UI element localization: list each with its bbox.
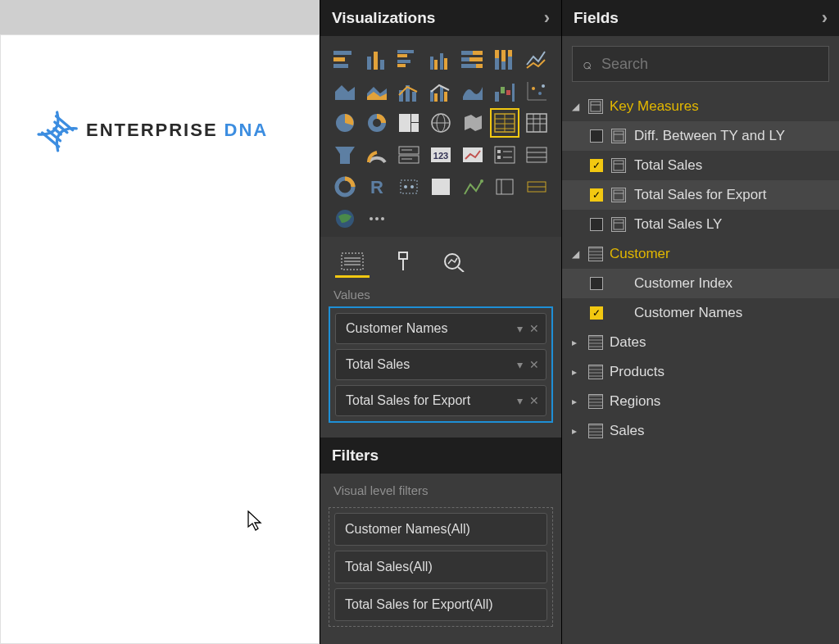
field-item[interactable]: Diff. Between TY and LY — [562, 121, 839, 151]
svg-point-97 — [370, 217, 373, 220]
svg-rect-11 — [397, 50, 414, 53]
stacked-area-chart-icon[interactable] — [362, 76, 392, 106]
field-item[interactable]: ✓Total Sales for Export — [562, 180, 839, 210]
treemap-icon[interactable] — [394, 108, 424, 138]
more-visuals-icon[interactable] — [362, 204, 392, 234]
field-item[interactable]: Customer Index — [562, 269, 839, 298]
hundred-stacked-column-icon[interactable] — [490, 44, 519, 74]
chevron-down-icon[interactable]: ▾ — [517, 394, 523, 407]
group-label: Customer — [610, 246, 670, 262]
fields-group-dates[interactable]: ▸Dates — [562, 328, 839, 357]
matrix-visual-icon[interactable] — [522, 108, 551, 138]
field-checkbox[interactable]: ✓ — [590, 188, 603, 202]
multi-row-card-icon[interactable] — [394, 140, 424, 170]
fields-group-key-measures[interactable]: ◢Key Measures — [562, 92, 839, 121]
arcgis-map-icon[interactable] — [330, 204, 360, 234]
fields-group-regions[interactable]: ▸Regions — [562, 387, 839, 416]
field-checkbox[interactable]: ✓ — [590, 159, 603, 172]
funnel-chart-icon[interactable] — [330, 140, 360, 170]
area-chart-icon[interactable] — [330, 76, 360, 106]
filter-label: Total Sales(All) — [345, 560, 433, 574]
fields-search[interactable]: ⌕ — [572, 46, 829, 82]
scatter-chart-icon[interactable] — [522, 76, 551, 106]
field-checkbox[interactable]: ✓ — [590, 306, 603, 320]
values-well[interactable]: Customer Names ▾✕ Total Sales ▾✕ Total S… — [329, 306, 553, 423]
table-visual-icon[interactable] — [490, 108, 519, 138]
svg-rect-30 — [508, 50, 512, 57]
svg-rect-87 — [401, 180, 417, 193]
waterfall-chart-icon[interactable] — [490, 76, 519, 106]
field-checkbox[interactable] — [590, 218, 603, 231]
svg-rect-12 — [397, 54, 407, 57]
pie-chart-icon[interactable] — [330, 108, 360, 138]
stacked-bar-chart-icon[interactable] — [330, 44, 360, 74]
fields-group-products[interactable]: ▸Products — [562, 357, 839, 387]
svg-rect-39 — [440, 87, 443, 102]
line-stacked-column-icon[interactable] — [394, 76, 424, 106]
field-item[interactable]: ✓Customer Names — [562, 298, 839, 328]
stacked-column-chart-icon[interactable] — [362, 44, 392, 74]
report-canvas[interactable]: ENTERPRISE DNA — [0, 34, 320, 644]
filter-pill[interactable]: Total Sales(All) — [334, 551, 547, 583]
field-item[interactable]: ✓Total Sales — [562, 151, 839, 180]
kpi-icon[interactable] — [458, 140, 488, 170]
donut-multi-icon[interactable] — [330, 172, 360, 202]
value-pill[interactable]: Customer Names ▾✕ — [335, 313, 546, 344]
fields-tab[interactable] — [335, 247, 370, 278]
donut-chart-icon[interactable] — [362, 108, 392, 138]
card-icon[interactable]: 123 — [426, 140, 456, 170]
remove-field-icon[interactable]: ✕ — [529, 358, 539, 371]
svg-rect-8 — [367, 57, 371, 70]
fields-group-customer[interactable]: ◢Customer — [562, 239, 839, 269]
remove-field-icon[interactable]: ✕ — [529, 322, 539, 335]
search-input[interactable] — [601, 56, 819, 73]
python-visual-icon[interactable] — [394, 172, 424, 202]
decomposition-tree-icon[interactable] — [458, 172, 488, 202]
value-pill[interactable]: Total Sales ▾✕ — [335, 349, 546, 380]
expand-right-icon: ▸ — [572, 425, 582, 437]
svg-point-89 — [410, 185, 414, 188]
remove-field-icon[interactable]: ✕ — [529, 394, 539, 407]
line-chart-icon[interactable] — [522, 44, 551, 74]
map-icon[interactable] — [426, 108, 456, 138]
r-visual-icon[interactable]: R — [362, 172, 392, 202]
svg-rect-38 — [434, 93, 438, 102]
clustered-column-chart-icon[interactable] — [426, 44, 456, 74]
calculator-icon — [611, 217, 626, 232]
field-checkbox[interactable] — [590, 129, 603, 143]
field-item[interactable]: Total Sales LY — [562, 210, 839, 239]
chevron-down-icon[interactable]: ▾ — [517, 358, 523, 371]
group-label: Regions — [610, 393, 660, 410]
paginated-report-icon[interactable] — [522, 172, 551, 202]
collapse-panel-icon[interactable]: › — [544, 7, 550, 29]
visualizations-panel: Visualizations › — [320, 0, 561, 644]
hundred-stacked-bar-icon[interactable] — [458, 44, 488, 74]
field-checkbox[interactable] — [590, 277, 603, 290]
mouse-cursor-icon — [247, 510, 263, 537]
filter-pill[interactable]: Customer Names(All) — [334, 513, 547, 546]
format-tab[interactable] — [386, 247, 420, 278]
clustered-bar-chart-icon[interactable] — [394, 44, 424, 74]
table-alt-icon[interactable] — [522, 140, 551, 170]
qa-visual-icon[interactable] — [490, 172, 519, 202]
ribbon-chart-icon[interactable] — [458, 76, 488, 106]
gauge-icon[interactable] — [362, 140, 392, 170]
chevron-down-icon[interactable]: ▾ — [517, 322, 523, 335]
analytics-tab[interactable] — [437, 247, 471, 278]
filters-header: Filters — [320, 438, 561, 474]
visual-level-filters-well[interactable]: Customer Names(All) Total Sales(All) Tot… — [329, 507, 553, 627]
filled-map-icon[interactable] — [458, 108, 488, 138]
fields-tree: ◢Key MeasuresDiff. Between TY and LY✓Tot… — [562, 92, 839, 446]
collapse-panel-icon[interactable]: › — [822, 7, 828, 29]
fields-panel: Fields › ⌕ ◢Key MeasuresDiff. Between TY… — [561, 0, 839, 644]
key-influencers-icon[interactable] — [426, 172, 456, 202]
line-clustered-column-icon[interactable] — [426, 76, 456, 106]
svg-rect-7 — [333, 64, 348, 68]
fields-group-sales[interactable]: ▸Sales — [562, 416, 839, 446]
filter-pill[interactable]: Total Sales for Export(All) — [334, 588, 547, 621]
value-label: Total Sales — [346, 357, 410, 372]
svg-rect-82 — [527, 147, 546, 162]
value-pill[interactable]: Total Sales for Export ▾✕ — [335, 385, 546, 416]
slicer-icon[interactable] — [490, 140, 519, 170]
filter-label: Total Sales for Export(All) — [345, 597, 493, 612]
